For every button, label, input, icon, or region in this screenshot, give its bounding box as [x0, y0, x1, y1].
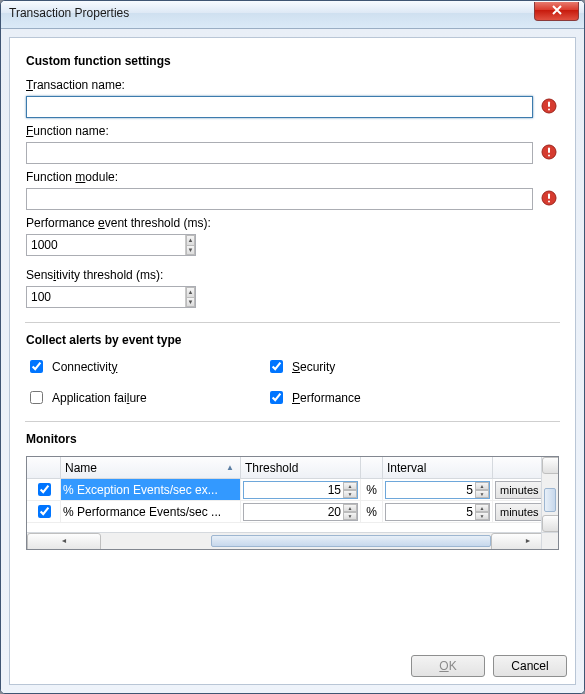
- svg-rect-1: [548, 102, 550, 108]
- label-transaction-name: Transaction name:: [26, 78, 559, 92]
- separator: [25, 421, 560, 422]
- scroll-left-button[interactable]: ◄: [27, 533, 101, 550]
- content-panel: Custom function settings Transaction nam…: [9, 37, 576, 685]
- row-name: % Performance Events/sec ...: [63, 505, 238, 519]
- row-checkbox[interactable]: [38, 483, 51, 496]
- vertical-scrollbar[interactable]: ▲ ▼: [541, 457, 558, 532]
- section-heading-custom: Custom function settings: [26, 54, 559, 68]
- table-row[interactable]: % Exception Events/sec ex... ▲▼ % ▲▼ min…: [27, 479, 559, 501]
- sens-threshold-spinner[interactable]: ▲▼: [26, 286, 196, 308]
- scroll-up-button[interactable]: ▲: [542, 457, 559, 474]
- table-row[interactable]: % Performance Events/sec ... ▲▼ % ▲▼ min…: [27, 501, 559, 523]
- spin-down[interactable]: ▼: [186, 245, 195, 256]
- error-icon: [541, 144, 557, 160]
- transaction-name-input[interactable]: [26, 96, 533, 118]
- sens-threshold-input[interactable]: [27, 287, 185, 307]
- scroll-thumb[interactable]: [544, 488, 556, 512]
- checkbox-failure[interactable]: Application failure: [26, 388, 266, 407]
- row-interval-spinner[interactable]: ▲▼: [385, 481, 490, 499]
- label-sens-threshold: Sensitivity threshold (ms):: [26, 268, 559, 282]
- checkbox-connectivity[interactable]: Connectivity: [26, 357, 266, 376]
- function-module-input[interactable]: [26, 188, 533, 210]
- svg-rect-2: [548, 109, 550, 111]
- function-name-input[interactable]: [26, 142, 533, 164]
- scroll-down-button[interactable]: ▼: [542, 515, 559, 532]
- spin-down[interactable]: ▼: [186, 297, 195, 308]
- row-unit: %: [366, 483, 377, 497]
- dialog-window: Transaction Properties Custom function s…: [0, 0, 585, 694]
- row-checkbox[interactable]: [38, 505, 51, 518]
- monitors-table: Name▲ Threshold Interval % Exception Eve…: [26, 456, 559, 550]
- svg-rect-7: [548, 194, 550, 200]
- checkbox-security[interactable]: Security: [266, 357, 506, 376]
- col-header-interval[interactable]: Interval: [383, 457, 493, 479]
- col-header-unit[interactable]: [361, 457, 383, 479]
- error-icon: [541, 98, 557, 114]
- horizontal-scrollbar[interactable]: ◄ ►: [27, 532, 541, 549]
- title-bar[interactable]: Transaction Properties: [1, 1, 584, 29]
- label-function-name: Function name:: [26, 124, 559, 138]
- scroll-thumb[interactable]: [211, 535, 491, 547]
- section-heading-alerts: Collect alerts by event type: [26, 333, 559, 347]
- row-threshold-spinner[interactable]: ▲▼: [243, 481, 358, 499]
- scrollbar-corner: [541, 532, 558, 549]
- row-unit: %: [366, 505, 377, 519]
- spin-up[interactable]: ▲: [186, 235, 195, 245]
- sort-asc-icon: ▲: [226, 463, 234, 472]
- spin-up[interactable]: ▲: [186, 287, 195, 297]
- svg-rect-4: [548, 148, 550, 154]
- label-perf-threshold: Performance event threshold (ms):: [26, 216, 559, 230]
- window-title: Transaction Properties: [9, 6, 129, 20]
- table-header: Name▲ Threshold Interval: [27, 457, 559, 479]
- row-name: % Exception Events/sec ex...: [63, 483, 238, 497]
- label-function-module: Function module:: [26, 170, 559, 184]
- col-header-threshold[interactable]: Threshold: [241, 457, 361, 479]
- svg-rect-8: [548, 201, 550, 203]
- svg-rect-5: [548, 155, 550, 157]
- perf-threshold-spinner[interactable]: ▲▼: [26, 234, 196, 256]
- row-threshold-spinner[interactable]: ▲▼: [243, 503, 358, 521]
- separator: [25, 322, 560, 323]
- dialog-body: Custom function settings Transaction nam…: [1, 29, 584, 693]
- row-interval-spinner[interactable]: ▲▼: [385, 503, 490, 521]
- col-header-name[interactable]: Name▲: [61, 457, 241, 479]
- col-header-check[interactable]: [27, 457, 61, 479]
- close-button[interactable]: [534, 2, 579, 21]
- error-icon: [541, 190, 557, 206]
- section-heading-monitors: Monitors: [26, 432, 559, 446]
- perf-threshold-input[interactable]: [27, 235, 185, 255]
- ok-button[interactable]: OK: [411, 655, 485, 677]
- cancel-button[interactable]: Cancel: [493, 655, 567, 677]
- dialog-footer: OK Cancel: [10, 648, 575, 684]
- checkbox-performance[interactable]: Performance: [266, 388, 506, 407]
